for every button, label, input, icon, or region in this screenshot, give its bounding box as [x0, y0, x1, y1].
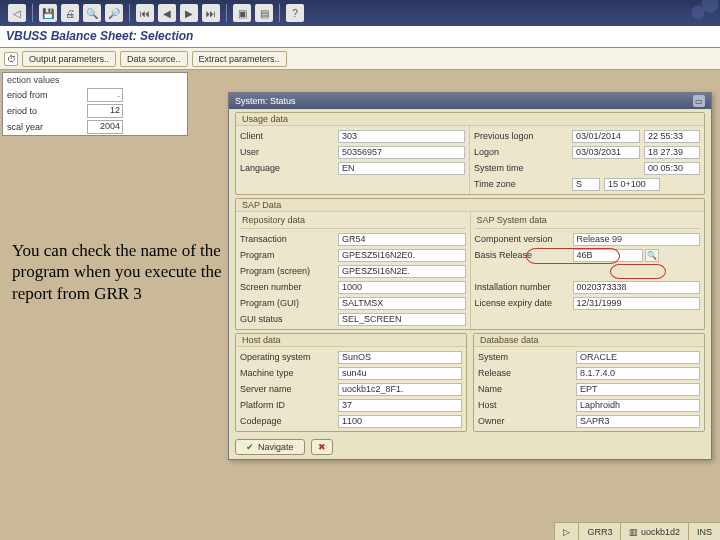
time-zone-value: 15 0+100	[604, 178, 660, 191]
db-system-label: System	[478, 352, 576, 362]
fiscal-year-label: scal year	[7, 122, 87, 132]
codepage-value: 1100	[338, 415, 462, 428]
logon-date: 03/03/2031	[572, 146, 640, 159]
selection-values-panel: ection values eriod from . eriod to 12 s…	[2, 72, 188, 136]
fiscal-year-input[interactable]: 2004	[87, 120, 123, 134]
first-page-icon[interactable]: ⏮	[136, 4, 154, 22]
period-to-input[interactable]: 12	[87, 104, 123, 118]
db-owner-value: SAPR3	[576, 415, 700, 428]
prev-logon-date: 03/01/2014	[572, 130, 640, 143]
sap-logo-swirl	[660, 0, 720, 26]
user-label: User	[240, 147, 338, 157]
shortcut-icon[interactable]: ▤	[255, 4, 273, 22]
cancel-button[interactable]: ✖	[311, 439, 333, 455]
system-time-value: 00 05:30	[644, 162, 700, 175]
print-icon[interactable]: 🖨	[61, 4, 79, 22]
time-zone-label: Time zone	[474, 179, 572, 189]
program-screen-value: GPESZ5I16N2E.	[338, 265, 466, 278]
check-icon: ✔	[246, 442, 254, 452]
codepage-label: Codepage	[240, 416, 338, 426]
program-gui-value: SALTMSX	[338, 297, 466, 310]
basis-release-label: Basis Release	[475, 250, 573, 260]
transaction-value: GR54	[338, 233, 466, 246]
prev-page-icon[interactable]: ◀	[158, 4, 176, 22]
time-zone-zone: S	[572, 178, 600, 191]
triangle-icon: ▷	[563, 527, 570, 537]
detail-icon[interactable]: 🔍	[645, 249, 659, 262]
gui-status-label: GUI status	[240, 314, 338, 324]
logon-time: 18 27.39	[644, 146, 700, 159]
basis-release-value: 46B	[573, 249, 643, 262]
close-icon[interactable]: ▭	[693, 95, 705, 107]
program-gui-label: Program (GUI)	[240, 298, 338, 308]
period-to-label: eriod to	[7, 106, 87, 116]
db-host-label: Host	[478, 400, 576, 410]
usage-data-header: Usage data	[236, 113, 704, 126]
db-name-label: Name	[478, 384, 576, 394]
logon-label: Logon	[474, 147, 572, 157]
last-page-icon[interactable]: ⏭	[202, 4, 220, 22]
language-value: EN	[338, 162, 465, 175]
gui-status-value: SEL_SCREEN	[338, 313, 466, 326]
next-page-icon[interactable]: ▶	[180, 4, 198, 22]
period-from-input[interactable]: .	[87, 88, 123, 102]
user-value: 50356957	[338, 146, 465, 159]
installation-label: Installation number	[475, 282, 573, 292]
back-icon[interactable]: ◁	[8, 4, 26, 22]
server-icon: ▥	[629, 527, 638, 537]
prev-logon-time: 22 55:33	[644, 130, 700, 143]
selection-header: ection values	[3, 73, 187, 87]
prev-logon-label: Previous logon	[474, 131, 572, 141]
execute-icon[interactable]: ⏱	[4, 52, 18, 66]
navigate-button[interactable]: ✔Navigate	[235, 439, 305, 455]
help-icon[interactable]: ?	[286, 4, 304, 22]
sap-data-header: SAP Data	[236, 199, 704, 212]
db-name-value: EPT	[576, 383, 700, 396]
os-label: Operating system	[240, 352, 338, 362]
client-label: Client	[240, 131, 338, 141]
program-label: Program	[240, 250, 338, 260]
machine-type-value: sun4u	[338, 367, 462, 380]
host-data-header: Host data	[236, 334, 466, 347]
status-tcode: GRR3	[578, 523, 620, 541]
db-host-value: Laphroidh	[576, 399, 700, 412]
period-from-label: eriod from	[7, 90, 87, 100]
program-screen-label: Program (screen)	[240, 266, 338, 276]
language-label: Language	[240, 163, 338, 173]
server-name-label: Server name	[240, 384, 338, 394]
license-expiry-label: License expiry date	[475, 298, 573, 308]
installation-value: 0020373338	[573, 281, 701, 294]
cancel-icon: ✖	[318, 442, 326, 452]
repository-data-header: Repository data	[240, 214, 466, 229]
status-bar: ▷ GRR3 ▥ uockb1d2 INS	[554, 522, 720, 540]
transaction-label: Transaction	[240, 234, 338, 244]
new-session-icon[interactable]: ▣	[233, 4, 251, 22]
save-icon[interactable]: 💾	[39, 4, 57, 22]
system-status-window: System: Status ▭ Usage data Client303 Us…	[228, 92, 712, 460]
system-status-title: System: Status	[235, 96, 296, 106]
extract-parameters-button[interactable]: Extract parameters..	[192, 51, 287, 67]
db-system-value: ORACLE	[576, 351, 700, 364]
slide-annotation: You can check the name of the program wh…	[12, 240, 222, 304]
status-ins: INS	[688, 523, 720, 541]
os-value: SunOS	[338, 351, 462, 364]
output-parameters-button[interactable]: Output parameters..	[22, 51, 116, 67]
client-value: 303	[338, 130, 465, 143]
platform-id-value: 37	[338, 399, 462, 412]
sap-main-toolbar: ◁ 💾 🖨 🔍 🔎 ⏮ ◀ ▶ ⏭ ▣ ▤ ?	[0, 0, 720, 26]
find-next-icon[interactable]: 🔎	[105, 4, 123, 22]
find-icon[interactable]: 🔍	[83, 4, 101, 22]
data-source-button[interactable]: Data source..	[120, 51, 188, 67]
db-release-label: Release	[478, 368, 576, 378]
db-owner-label: Owner	[478, 416, 576, 426]
platform-id-label: Platform ID	[240, 400, 338, 410]
component-version-label: Component version	[475, 234, 573, 244]
machine-type-label: Machine type	[240, 368, 338, 378]
db-release-value: 8.1.7.4.0	[576, 367, 700, 380]
server-name-value: uockb1c2_8F1.	[338, 383, 462, 396]
database-data-header: Database data	[474, 334, 704, 347]
selection-toolbar: ⏱ Output parameters.. Data source.. Extr…	[0, 48, 720, 70]
status-server: uockb1d2	[641, 527, 680, 537]
page-title: VBUSS Balance Sheet: Selection	[0, 26, 720, 48]
system-time-label: System time	[474, 163, 572, 173]
